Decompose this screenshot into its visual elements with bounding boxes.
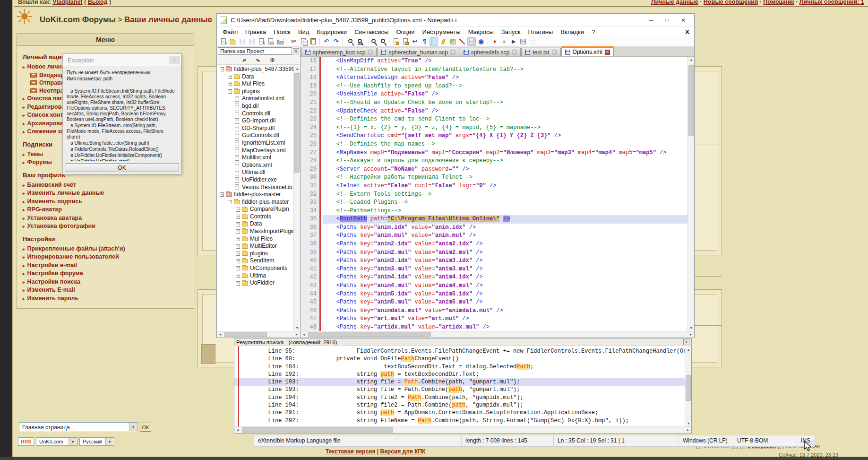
cut-icon[interactable]: ✂ bbox=[290, 37, 298, 46]
save-all-icon[interactable] bbox=[248, 37, 256, 46]
tree-horizontal-scrollbar[interactable]: ◄ ► bbox=[217, 331, 300, 338]
dialog-close-button[interactable]: x bbox=[169, 56, 180, 64]
macro-run-multi-icon[interactable] bbox=[528, 37, 537, 46]
zoom-out-icon[interactable]: − bbox=[378, 37, 387, 46]
tree-item[interactable]: +SendItem bbox=[217, 257, 300, 265]
menu-item[interactable]: ▸Установка фотографии bbox=[23, 222, 188, 231]
tree-item[interactable]: IgnorItemList.xml bbox=[217, 139, 300, 147]
dialog-ok-button[interactable]: OK bbox=[65, 163, 179, 172]
tree-item[interactable]: Animationlist.xml bbox=[217, 95, 300, 103]
document-map-icon[interactable] bbox=[448, 37, 457, 46]
tab-close-icon[interactable]: ✕ bbox=[450, 50, 455, 55]
tree-item[interactable]: Options.xml bbox=[217, 162, 300, 169]
tab-close-icon[interactable]: ✕ bbox=[512, 50, 517, 55]
menu-Правка[interactable]: Правка bbox=[241, 28, 270, 35]
menu-Инструменты[interactable]: Инструменты bbox=[419, 28, 464, 35]
show-all-chars-icon[interactable]: ¶ bbox=[420, 37, 429, 46]
macro-play-icon[interactable]: ▶ bbox=[509, 37, 518, 46]
word-wrap-icon[interactable]: ↩ bbox=[411, 37, 419, 46]
tree-item[interactable]: +MassImportPlugin bbox=[217, 228, 300, 235]
title-bar[interactable]: C:\Users\Vlad\Downloads\fiddler-plus_548… bbox=[217, 14, 694, 27]
tree-item[interactable]: +Controls bbox=[217, 213, 300, 221]
menu-item[interactable]: ▸Изменить личные данные bbox=[23, 189, 188, 198]
macro-record-icon[interactable]: ● bbox=[490, 37, 499, 46]
chevron-down-icon[interactable]: ▼ bbox=[105, 438, 113, 445]
tree-item[interactable]: +Ultima bbox=[217, 272, 300, 280]
tree-item[interactable]: +Data bbox=[217, 73, 300, 81]
close-file-icon[interactable]: × bbox=[257, 37, 266, 46]
breadcrumb-site-link[interactable]: UoKit.com Форумы bbox=[40, 15, 116, 24]
menu-item[interactable]: ▸Настройки форума bbox=[23, 269, 188, 278]
tree-item[interactable]: GD-Import.dll bbox=[217, 117, 300, 125]
tab-close-icon[interactable]: ✕ bbox=[605, 50, 610, 55]
menubar-close-document[interactable]: X bbox=[685, 28, 694, 35]
tree-item[interactable]: MapOverlays.xml bbox=[217, 147, 300, 155]
menu-item[interactable]: ▸Прикрепленные файлы (attach'и) bbox=[23, 245, 188, 253]
menu-Вкладки[interactable]: Вкладки bbox=[557, 28, 588, 35]
tree-vertical-scrollbar[interactable]: ▲ ▼ bbox=[293, 66, 300, 331]
tree-item[interactable]: +plugins bbox=[217, 250, 300, 258]
tree-item[interactable]: Vestris.ResourceLib.dll bbox=[217, 184, 300, 191]
tree-item[interactable]: +UoFiddler bbox=[217, 279, 300, 287]
search-result-row[interactable]: Line 194: string file2 = Path.Combine(pa… bbox=[234, 401, 691, 409]
print-icon[interactable] bbox=[276, 37, 284, 46]
editor-horizontal-scrollbar[interactable]: ◄ ► bbox=[301, 331, 694, 338]
top-link[interactable]: Помощник bbox=[763, 0, 794, 5]
menu-Плагины[interactable]: Плагины bbox=[524, 28, 557, 35]
new-file-icon[interactable]: + bbox=[219, 37, 228, 46]
chevron-down-icon[interactable]: ▼ bbox=[129, 423, 137, 431]
menu-item[interactable]: ▸Изменить подпись bbox=[23, 198, 188, 206]
search-result-row[interactable]: Line 291: string path = AppDomain.Curren… bbox=[234, 409, 691, 417]
tree-item[interactable]: GD-Sharp.dll bbox=[217, 125, 300, 132]
save-icon[interactable] bbox=[238, 37, 247, 46]
collapse-all-icon[interactable]: ▾▴ bbox=[256, 58, 259, 62]
language-select[interactable]: Русский ▼ bbox=[79, 437, 114, 446]
macro-save-icon[interactable] bbox=[519, 37, 527, 46]
open-file-icon[interactable] bbox=[229, 37, 237, 46]
menu-Синтаксисы[interactable]: Синтаксисы bbox=[351, 28, 392, 35]
search-result-row[interactable]: Line 193: string file = Path.Combine(pat… bbox=[234, 386, 691, 393]
search-result-row[interactable]: Line 184: textBoxSecondDir.Text = dialog… bbox=[234, 363, 691, 371]
close-button[interactable]: ✕ bbox=[675, 17, 691, 24]
minimize-button[interactable]: ─ bbox=[643, 17, 659, 24]
tab-spheredefs.scp[interactable]: spheredefs.scp✕ bbox=[460, 48, 521, 56]
tab-close-icon[interactable]: ✕ bbox=[552, 50, 557, 55]
paste-icon[interactable] bbox=[309, 37, 317, 46]
rss-button[interactable]: RSS bbox=[18, 437, 34, 446]
tree-item[interactable]: −fiddler-plus-master bbox=[217, 191, 300, 199]
menu-Опции[interactable]: Опции bbox=[392, 28, 418, 35]
menu-Поиск[interactable]: Поиск bbox=[270, 28, 294, 35]
page-jump-select[interactable]: Главная страница ▼ bbox=[19, 422, 138, 432]
editor-vertical-scrollbar[interactable]: ▲ ▼ bbox=[688, 57, 694, 331]
tree-item[interactable]: +ComparePlugin bbox=[217, 206, 300, 213]
copy-icon[interactable] bbox=[299, 37, 308, 46]
tree-item[interactable]: +UiComponents bbox=[217, 265, 300, 272]
search-result-row[interactable]: Line 193: string file = Path.Combine(pat… bbox=[234, 378, 691, 386]
menu-item[interactable]: ▸Изменить пароль bbox=[23, 295, 188, 303]
tab-spherechar_human.scp[interactable]: spherechar_human.scp✕ bbox=[377, 48, 459, 56]
folder-as-workspace-icon[interactable] bbox=[467, 37, 476, 46]
top-link[interactable]: Личные данные bbox=[651, 0, 698, 5]
menu-item[interactable]: ▸Изменить E-mail bbox=[23, 286, 188, 295]
site-select[interactable]: UoKit.com ▼ bbox=[36, 437, 77, 446]
tree-item[interactable]: Multilist.xml bbox=[217, 154, 300, 162]
close-all-icon[interactable]: ×× bbox=[266, 37, 275, 46]
search-result-row[interactable]: Line 194: string file2 = Path.Combine(pa… bbox=[234, 394, 691, 401]
text-version-link[interactable]: Текстовая версия bbox=[326, 448, 375, 455]
top-link[interactable]: Личных сообщений: 1 bbox=[799, 0, 864, 5]
menu-Файл[interactable]: Файл bbox=[219, 28, 241, 35]
find-icon[interactable] bbox=[345, 37, 354, 46]
menu-Макросы[interactable]: Макросы bbox=[464, 28, 498, 35]
undo-icon[interactable]: ↶ bbox=[322, 37, 331, 46]
tree-item[interactable]: UoFiddler.exe bbox=[217, 176, 300, 184]
tree-item[interactable]: +Mul Files bbox=[217, 235, 300, 243]
tree-item[interactable]: bgd.dll bbox=[217, 103, 300, 110]
document-list-icon[interactable] bbox=[458, 37, 466, 46]
indent-guides-icon[interactable] bbox=[430, 37, 438, 46]
search-horizontal-scrollbar[interactable]: ◄ ► bbox=[234, 426, 691, 433]
tab-Options.xml[interactable]: Options.xml✕ bbox=[561, 46, 614, 56]
menu-item[interactable]: ▸Установка аватара bbox=[23, 214, 188, 223]
panel-close-button[interactable]: x bbox=[293, 48, 299, 54]
menu-item[interactable]: ▸Банковский счёт bbox=[23, 181, 188, 190]
tree-item[interactable]: GuiControls.dll bbox=[217, 132, 300, 139]
